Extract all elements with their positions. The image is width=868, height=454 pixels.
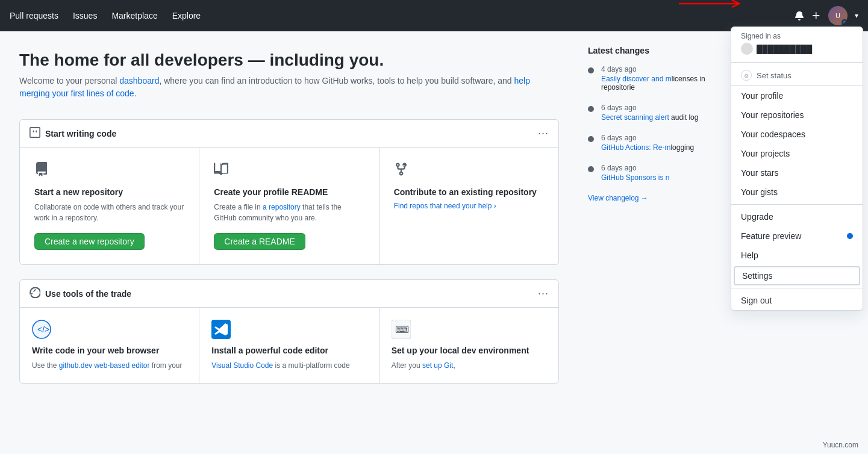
your-repositories-item[interactable]: Your repositories — [731, 105, 863, 125]
section2-header: Use tools of the trade ··· — [20, 280, 558, 308]
your-stars-item[interactable]: Your stars — [731, 163, 863, 182]
feature-preview-dot — [847, 233, 853, 239]
changelog-link-2[interactable]: Secret scanning alert — [601, 113, 669, 122]
main-content: The home for all developers — including … — [0, 31, 578, 454]
section2-more-options[interactable]: ··· — [538, 287, 549, 300]
changelog-text-1: Easily discover and mlicenses in reposit… — [601, 75, 737, 92]
readme-repo-link[interactable]: a repository — [263, 203, 301, 211]
changelog-content-2: 6 days ago Secret scanning alert audit l… — [601, 104, 698, 122]
changelog-link-1[interactable]: Easily discover and m — [601, 75, 672, 83]
readme-card-title: Create your profile README — [214, 187, 364, 197]
changelog-time-2: 6 days ago — [601, 104, 698, 112]
your-gists-item[interactable]: Your gists — [731, 182, 863, 202]
feature-preview-label: Feature preview — [741, 231, 801, 241]
vscode-icon — [211, 320, 366, 341]
dropdown-main-items: Your profile Your repositories Your code… — [731, 86, 863, 202]
section2-label: Use tools of the trade — [45, 289, 131, 299]
nav-issues[interactable]: Issues — [73, 11, 97, 20]
settings-item[interactable]: Settings — [734, 266, 860, 285]
set-status-item[interactable]: ☺ Set status — [731, 65, 863, 86]
find-repos-link[interactable]: Find repos that need your help › — [394, 202, 544, 210]
avatar-chevron[interactable]: ▾ — [855, 11, 858, 20]
local-dev-card: ⌨ Set up your local dev environment Afte… — [379, 308, 558, 383]
help-merging-link[interactable]: help merging your first lines of code — [19, 76, 530, 98]
local-dev-icon: ⌨ — [392, 320, 546, 341]
your-projects-item[interactable]: Your projects — [731, 144, 863, 163]
signed-in-user: ██████████ — [741, 43, 853, 55]
svg-text:⌨: ⌨ — [395, 325, 409, 335]
changelog-content-3: 6 days ago GitHub Actions: Re-mlogging — [601, 134, 694, 152]
dashboard-link[interactable]: dashboard — [119, 76, 159, 86]
user-dropdown-menu: Signed in as ██████████ ☺ Set status You… — [731, 26, 863, 311]
tools-icon — [30, 287, 40, 300]
local-dev-title: Set up your local dev environment — [392, 346, 546, 355]
changelog-item-3: 6 days ago GitHub Actions: Re-mlogging — [588, 134, 737, 152]
changelog-content-4: 6 days ago GitHub Sponsors is n — [601, 164, 669, 182]
set-status-icon: ☺ — [741, 70, 752, 81]
changelog-text-2: Secret scanning alert audit log — [601, 113, 698, 122]
section1-cards: Start a new repository Collaborate on co… — [20, 148, 558, 264]
changelog-time-1: 4 days ago — [601, 65, 737, 73]
dropdown-divider-2 — [731, 288, 863, 288]
red-arrow-decoration — [679, 0, 751, 22]
changelog-title: Latest changes — [588, 46, 737, 55]
changelog-dot-3 — [588, 136, 594, 142]
fork-icon — [394, 162, 544, 180]
web-browser-card: </> Write code in your web browser Use t… — [20, 308, 199, 383]
vscode-desc: Visual Studio Code is a multi-platform c… — [211, 360, 366, 371]
notification-bell[interactable] — [795, 11, 804, 20]
sign-out-item[interactable]: Sign out — [731, 291, 863, 310]
web-browser-desc: Use the github.dev web-based editor from… — [32, 360, 187, 371]
changelog-time-3: 6 days ago — [601, 134, 694, 142]
section1-more-options[interactable]: ··· — [538, 127, 549, 140]
changelog-item-1: 4 days ago Easily discover and mlicenses… — [588, 65, 737, 92]
create-new-repository-button[interactable]: Create a new repository — [34, 233, 145, 250]
start-writing-code-section: Start writing code ··· Start a new repos… — [19, 119, 559, 265]
section2-title: Use tools of the trade — [30, 287, 131, 300]
vscode-link[interactable]: Visual Studio Code — [211, 361, 273, 370]
your-profile-item[interactable]: Your profile — [731, 86, 863, 105]
setup-git-link[interactable]: set up Git — [422, 361, 453, 370]
new-repo-desc: Collaborate on code with others and trac… — [34, 202, 184, 223]
section1-header: Start writing code ··· — [20, 120, 558, 148]
new-repo-title: Start a new repository — [34, 187, 184, 197]
code-brackets-icon — [30, 127, 40, 140]
hero-subtitle: Welcome to your personal dashboard, wher… — [19, 75, 559, 100]
local-dev-desc: After you set up Git, — [392, 360, 546, 371]
changelog-time-4: 6 days ago — [601, 164, 669, 172]
changelog-dot-1 — [588, 67, 594, 73]
feature-preview-item[interactable]: Feature preview — [731, 226, 863, 246]
user-avatar-button[interactable]: U — [828, 6, 848, 25]
readme-card-desc: Create a file in a repository that tells… — [214, 202, 364, 223]
dropdown-avatar — [741, 43, 753, 55]
hero-title: The home for all developers — including … — [19, 51, 559, 70]
changelog-link-4[interactable]: GitHub Sponsors is n — [601, 173, 669, 182]
set-status-label: Set status — [757, 71, 792, 80]
changelog-list: 4 days ago Easily discover and mlicenses… — [588, 65, 737, 182]
create-readme-card: Create your profile README Create a file… — [199, 148, 379, 264]
upgrade-item[interactable]: Upgrade — [731, 207, 863, 226]
changelog-text-3: GitHub Actions: Re-mlogging — [601, 143, 694, 152]
nav-pull-requests[interactable]: Pull requests — [10, 11, 58, 20]
username-placeholder: ██████████ — [757, 45, 812, 54]
use-tools-section: Use tools of the trade ··· </> Write cod… — [19, 279, 559, 384]
svg-text:</>: </> — [37, 325, 49, 334]
section2-cards: </> Write code in your web browser Use t… — [20, 308, 558, 383]
nav-explore[interactable]: Explore — [172, 11, 201, 20]
help-item[interactable]: Help — [731, 246, 863, 265]
your-codespaces-item[interactable]: Your codespaces — [731, 125, 863, 144]
new-item-button[interactable] — [811, 11, 821, 20]
changelog-text-4: GitHub Sponsors is n — [601, 173, 669, 182]
nav-marketplace[interactable]: Marketplace — [111, 11, 157, 20]
github-dev-link[interactable]: github.dev web-based editor — [59, 361, 150, 370]
repo-icon — [34, 162, 184, 180]
view-changelog-link[interactable]: View changelog → — [588, 194, 737, 202]
changelog-content-1: 4 days ago Easily discover and mlicenses… — [601, 65, 737, 92]
changelog-dot-4 — [588, 166, 594, 172]
vscode-card: Install a powerful code editor Visual St… — [199, 308, 379, 383]
create-readme-button[interactable]: Create a README — [214, 233, 305, 250]
right-sidebar: Latest changes 4 days ago Easily discove… — [578, 31, 747, 454]
header-right: U ▾ — [787, 6, 858, 25]
changelog-link-3[interactable]: GitHub Actions: Re-m — [601, 143, 670, 152]
contribute-card: Contribute to an existing repository Fin… — [379, 148, 558, 264]
